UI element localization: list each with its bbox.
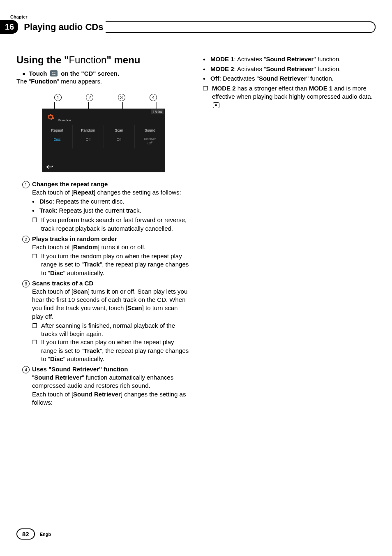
list-item: Disc: Repeats the current disc. [32,197,189,206]
language-label: Engb [40,532,51,537]
back-icon [44,163,56,171]
clock-time: 18:04 [151,109,164,114]
item-4-body-1: "Sound Retriever" function automatically… [32,373,189,390]
callout-2: 2 [86,94,93,101]
fn-title-repeat: Repeat [43,128,71,132]
item-3-num: 3 [22,280,32,364]
item-2-boxes: If you turn the random play on when the … [32,252,189,277]
section-title: Using the "Function" menu [16,54,189,66]
list-item: If you perform track search or fast forw… [32,216,189,233]
touch-instruction: ● Touch on the "CD" screen. [22,70,189,77]
screenshot-block: 1 2 3 4 Function 18:04 Repeat Disc [42,94,189,172]
item-1-body: Each touch of [Repeat] changes the setti… [32,188,189,197]
item-4-body-2: Each touch of [Sound Retriever] changes … [32,390,189,407]
item-4: 4 Uses "Sound Retriever" function "Sound… [22,366,189,407]
item-2: 2 Plays tracks in random order Each touc… [22,235,189,278]
settings-icon [50,70,58,76]
svg-point-0 [53,72,53,73]
item-3-heading: Scans tracks of a CD [32,280,189,287]
bullet-icon: ● [22,70,25,77]
list-item: After scanning is finished, normal playb… [32,322,189,338]
list-item: Off: Deactivates "Sound Retriever" funct… [203,74,376,83]
item-3-boxes: After scanning is finished, normal playb… [32,322,189,363]
chapter-number-badge: 16 [0,20,18,34]
item-3-body: Each touch of [Scan] turns it on or off.… [32,287,189,321]
fn-title-scan: Scan [105,128,134,132]
section-title-prefix: Using the " [16,54,69,65]
fn-val-scan: Off [105,137,134,141]
fn-title-random: Random [74,128,102,132]
item-1-dots: Disc: Repeats the current disc. Track: R… [32,197,189,215]
column-left: Using the "Function" menu ● Touch on the… [16,54,189,407]
col2-dots: MODE 1: Activates "Sound Retriever" func… [203,55,376,83]
item-1-num: 1 [22,181,32,234]
touch-suffix: on the "CD" screen. [61,70,119,77]
chapter-title: Playing audio CDs [24,22,103,32]
item-2-body: Each touch of [Random] turns it on or of… [32,243,189,251]
section-title-suffix: " menu [106,54,140,65]
col2-boxes: MODE 2 has a stronger effect than MODE 1… [203,84,376,109]
chapter-label: Chapter [10,14,376,19]
end-section-icon: ■ [213,102,219,108]
fn-title-sound: Sound [136,128,164,132]
fn-col-random: Random Off [73,125,104,148]
fn-val-random: Off [74,137,102,141]
fn-col-repeat: Repeat Disc [42,125,73,148]
item-4-heading: Uses "Sound Retriever" function [32,366,189,373]
callout-row: 1 2 3 4 [42,94,165,101]
item-1-boxes: If you perform track search or fast forw… [32,216,189,233]
item-2-num: 2 [22,235,32,278]
svg-point-2 [55,74,55,75]
list-item: MODE 2 has a stronger effect than MODE 1… [203,84,376,109]
page-number: 82 [16,528,35,540]
appears-suffix: " menu appears. [57,78,102,85]
item-1-heading: Changes the repeat range [32,181,189,188]
callout-3: 3 [118,94,125,101]
list-item: Track: Repeats just the current track. [32,206,189,215]
footer: 82 Engb [16,528,51,540]
item-2-heading: Plays tracks in random order [32,235,189,242]
callout-4: 4 [150,94,157,101]
callout-lines [42,102,165,109]
fn-col-sound-retriever: Sound Retriever Off [135,125,165,148]
appears-word: Function [31,78,57,85]
column-right: MODE 1: Activates "Sound Retriever" func… [203,54,376,407]
fn-sublabel-retriever: Retriever [136,137,164,140]
touch-prefix: Touch [29,70,47,77]
fn-val-repeat: Disc [43,137,71,141]
header-rule [106,21,376,33]
header-bar: 16 Playing audio CDs [16,20,376,34]
list-item: If you turn the scan play on when the re… [32,338,189,363]
list-item: MODE 2: Activates "Sound Retriever" func… [203,65,376,74]
fn-val-sound: Off [136,141,164,145]
callout-1: 1 [54,94,62,101]
list-item: If you turn the random play on when the … [32,252,189,277]
list-item: MODE 1: Activates "Sound Retriever" func… [203,55,376,64]
appears-line: The "Function" menu appears. [16,78,189,85]
item-4-num: 4 [22,366,32,407]
function-label: Function [58,118,71,122]
appears-prefix: The " [16,78,31,85]
function-grid: Repeat Disc Random Off Scan Off Sound Re… [42,125,165,148]
item-1: 1 Changes the repeat range Each touch of… [22,181,189,234]
gear-icon [44,111,57,123]
fn-col-scan: Scan Off [104,125,135,148]
item-3: 3 Scans tracks of a CD Each touch of [Sc… [22,280,189,364]
section-title-word: Function [69,54,106,65]
app-screenshot: Function 18:04 Repeat Disc Random Off Sc… [42,109,165,172]
